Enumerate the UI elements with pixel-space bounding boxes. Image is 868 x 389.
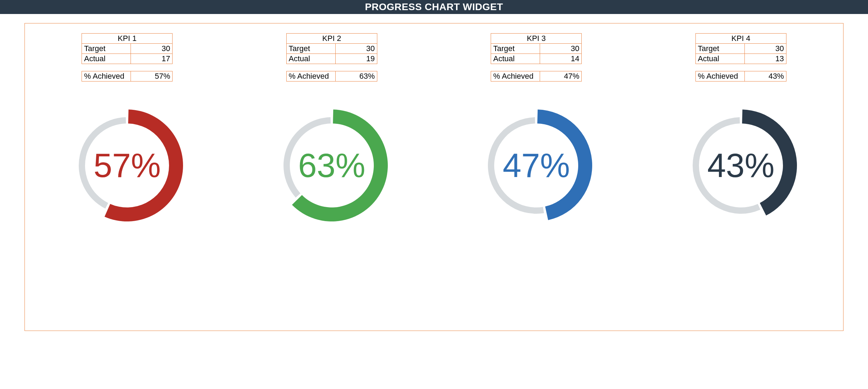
target-value: 30 [131,44,173,54]
kpi-table: KPI 1 Target 30 Actual 17 % Achieved 57% [82,33,173,82]
actual-value: 19 [336,54,377,64]
table-row: Actual 17 [82,54,173,64]
progress-ring: 57% [64,102,190,228]
target-value: 30 [745,44,786,54]
table-row: Actual 19 [286,54,377,64]
achieved-value: 57% [131,71,173,82]
kpi-card-2: KPI 2 Target 30 Actual 19 % Achieved 63% [241,33,423,228]
progress-percent: 57% [64,102,190,228]
kpi-table: KPI 3 Target 30 Actual 14 % Achieved 47% [491,33,582,82]
kpi-name: KPI 1 [82,33,173,44]
table-row: % Achieved 47% [491,71,582,82]
achieved-label: % Achieved [491,71,540,82]
table-row: Target 30 [491,44,582,54]
target-label: Target [82,44,131,54]
table-row: % Achieved 63% [286,71,377,82]
table-row: Target 30 [82,44,173,54]
table-row: % Achieved 57% [82,71,173,82]
actual-label: Actual [491,54,540,64]
progress-ring: 63% [269,102,395,228]
kpi-table: KPI 2 Target 30 Actual 19 % Achieved 63% [286,33,377,82]
page-title: PROGRESS CHART WIDGET [0,0,868,14]
kpi-name: KPI 3 [491,33,582,44]
target-value: 30 [540,44,582,54]
kpi-card-3: KPI 3 Target 30 Actual 14 % Achieved 47% [445,33,627,228]
achieved-label: % Achieved [695,71,745,82]
kpi-table: KPI 4 Target 30 Actual 13 % Achieved 43% [695,33,786,82]
achieved-label: % Achieved [82,71,131,82]
table-row: Actual 13 [695,54,786,64]
target-value: 30 [336,44,377,54]
chart-panel: KPI 1 Target 30 Actual 17 % Achieved 57% [24,23,844,331]
kpi-name: KPI 4 [695,33,786,44]
actual-value: 13 [745,54,786,64]
table-row: % Achieved 43% [695,71,786,82]
achieved-value: 63% [336,71,377,82]
achieved-label: % Achieved [286,71,336,82]
actual-value: 17 [131,54,173,64]
kpi-row: KPI 1 Target 30 Actual 17 % Achieved 57% [25,23,843,228]
progress-ring: 47% [473,102,599,228]
table-row: Actual 14 [491,54,582,64]
progress-percent: 63% [269,102,395,228]
kpi-name: KPI 2 [286,33,377,44]
table-row: Target 30 [286,44,377,54]
target-label: Target [491,44,540,54]
progress-ring: 43% [678,102,804,228]
table-row: Target 30 [695,44,786,54]
progress-percent: 47% [473,102,599,228]
kpi-card-4: KPI 4 Target 30 Actual 13 % Achieved 43% [650,33,832,228]
actual-label: Actual [286,54,336,64]
actual-value: 14 [540,54,582,64]
kpi-card-1: KPI 1 Target 30 Actual 17 % Achieved 57% [36,33,218,228]
progress-percent: 43% [678,102,804,228]
target-label: Target [286,44,336,54]
actual-label: Actual [82,54,131,64]
actual-label: Actual [695,54,745,64]
achieved-value: 47% [540,71,582,82]
achieved-value: 43% [745,71,786,82]
target-label: Target [695,44,745,54]
